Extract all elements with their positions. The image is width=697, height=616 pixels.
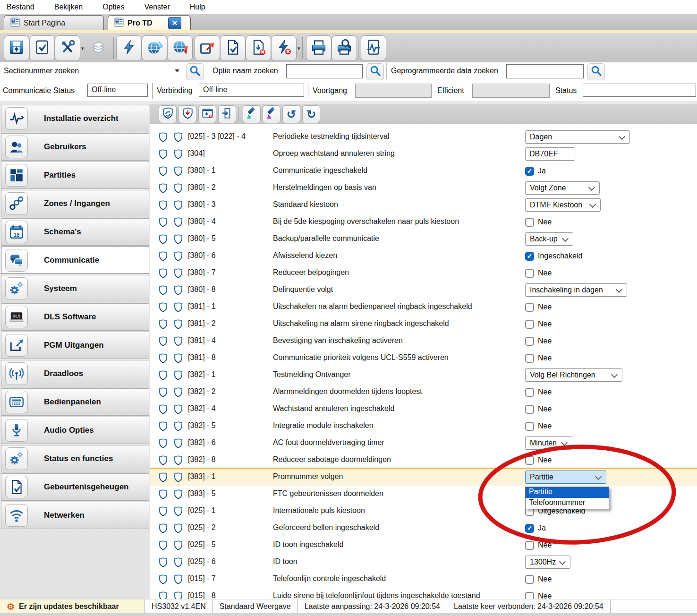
shield-download-button[interactable]: [178, 105, 196, 123]
menu-bekijken[interactable]: Bekijken: [54, 3, 83, 11]
shield-icon[interactable]: [158, 132, 169, 145]
table-row[interactable]: [382] - 6AC fout doormeldvertraging time…: [150, 435, 697, 452]
globe-download-button[interactable]: [167, 35, 193, 61]
shield-icon[interactable]: [158, 489, 169, 502]
value-dropdown[interactable]: Dagen: [525, 130, 630, 144]
window-download-button[interactable]: [198, 105, 216, 123]
shield-icon[interactable]: [173, 438, 184, 451]
shield-icon[interactable]: [158, 523, 169, 536]
shield-icon[interactable]: [173, 251, 184, 264]
menu-venster[interactable]: Venster: [144, 3, 170, 11]
shield-icon[interactable]: [173, 234, 184, 247]
sidebar-item-installatie-overzicht[interactable]: Installatie overzicht: [1, 105, 149, 132]
sidebar-item-dls-software[interactable]: DLSDLS Software: [1, 303, 149, 331]
data-search-input[interactable]: [506, 64, 584, 78]
checkbox-unchecked-icon[interactable]: [525, 320, 534, 329]
shield-icon[interactable]: [173, 540, 184, 553]
shield-icon[interactable]: [158, 455, 169, 468]
shield-icon[interactable]: [173, 404, 184, 417]
option-search-button[interactable]: [366, 63, 384, 80]
tools-button[interactable]: [55, 35, 80, 61]
shield-icon[interactable]: [158, 353, 169, 366]
sidebar-item-zones-ingangen[interactable]: Zones / Ingangen: [1, 190, 149, 217]
table-row[interactable]: [382] - 1Testmelding OntvangerVolg Bel R…: [150, 367, 697, 384]
value-dropdown[interactable]: Volg Bel Richtingen: [525, 368, 622, 382]
table-row[interactable]: [380] - 7Reduceer belpogingenNee: [150, 265, 697, 282]
checkbox-unchecked-icon[interactable]: [525, 456, 534, 465]
table-row[interactable]: [025] - 1Internationale puls kiestoonUit…: [150, 503, 697, 520]
layers-button[interactable]: [86, 35, 110, 60]
checkbox-unchecked-icon[interactable]: [525, 541, 534, 550]
checkbox-unchecked-icon[interactable]: [525, 303, 534, 312]
checkbox-unchecked-icon[interactable]: [525, 218, 534, 227]
shield-icon[interactable]: [173, 336, 184, 349]
table-row[interactable]: [381] - 2Uitschakeling na alarm sirene r…: [150, 316, 697, 333]
table-row[interactable]: [380] - 5Backup/parallelle communicatieB…: [150, 231, 697, 248]
shield-icon[interactable]: [158, 472, 169, 485]
sidebar-item-gebruikers[interactable]: Gebruikers: [1, 133, 149, 161]
table-row[interactable]: [380] - 1Communicatie ingeschakeld✓Ja: [150, 163, 697, 180]
shield-icon[interactable]: [173, 506, 184, 519]
sidebar-item-bedienpanelen[interactable]: Bedienpanelen: [1, 388, 149, 416]
shield-icon[interactable]: [158, 438, 169, 451]
value-dropdown[interactable]: DTMF Kiestoon: [525, 198, 601, 212]
table-row[interactable]: [382] - 5Integratie module inschakelenNe…: [150, 418, 697, 435]
sidebar-item-schema-s[interactable]: 18Schema's: [1, 218, 149, 246]
shield-icon[interactable]: [158, 336, 169, 349]
checkbox-unchecked-icon[interactable]: [525, 354, 534, 363]
shield-icon[interactable]: [173, 217, 184, 230]
shield-icon[interactable]: [173, 183, 184, 196]
table-row[interactable]: [382] - 4Wachtstand annuleren ingeschake…: [150, 401, 697, 418]
shield-icon[interactable]: [173, 489, 184, 502]
connect-bolt-button[interactable]: [116, 35, 142, 61]
table-row[interactable]: [025] - 6ID toon1300Hz: [150, 554, 697, 571]
table-row[interactable]: [015] - 8Luide sirene bij telefoonlijnfo…: [150, 588, 697, 599]
table-row[interactable]: [025] - 5ID toon ingeschakeldNee: [150, 537, 697, 554]
shield-icon[interactable]: [158, 251, 169, 264]
shield-icon[interactable]: [158, 302, 169, 315]
value-dropdown[interactable]: Volgt Zone: [525, 181, 600, 195]
value-input[interactable]: DB70EF: [525, 147, 575, 161]
table-row[interactable]: [380] - 3Standaard kiestoonDTMF Kiestoon: [150, 197, 697, 214]
shield-sync-button[interactable]: [159, 105, 177, 123]
menu-hulp[interactable]: Hulp: [190, 3, 205, 11]
shield-icon[interactable]: [158, 200, 169, 213]
shield-icon[interactable]: [173, 472, 184, 485]
checkbox-unchecked-icon[interactable]: [525, 269, 534, 278]
shield-icon[interactable]: [173, 421, 184, 434]
dropdown-arrow-icon[interactable]: ▾: [298, 45, 300, 51]
value-dropdown[interactable]: Minuten: [525, 436, 572, 450]
sidebar-item-draadloos[interactable]: Draadloos: [1, 360, 149, 387]
shield-icon[interactable]: [158, 166, 169, 179]
shield-icon[interactable]: [173, 132, 184, 145]
checkbox-unchecked-icon[interactable]: [525, 592, 534, 599]
table-row[interactable]: [304]Oproep wachtstand annuleren stringD…: [150, 145, 697, 163]
checkbox-unchecked-icon[interactable]: [525, 337, 534, 346]
shield-icon[interactable]: [158, 234, 169, 247]
checkbox-checked-icon[interactable]: ✓: [525, 167, 534, 176]
globe-sync-button[interactable]: [142, 35, 167, 61]
shield-icon[interactable]: [173, 353, 184, 366]
sidebar-item-audio-opties[interactable]: Audio Opties: [1, 417, 149, 444]
checklist-button[interactable]: [29, 35, 55, 61]
dropdown-arrow-icon[interactable]: ▾: [81, 45, 84, 51]
table-row[interactable]: [380] - 2Herstelmeldingen op basis vanVo…: [150, 180, 697, 197]
sidebar-item-systeem[interactable]: Systeem: [1, 275, 149, 302]
page-export-button[interactable]: [218, 105, 236, 123]
shield-icon[interactable]: [173, 523, 184, 536]
value-dropdown[interactable]: Inschakeling in dagen: [525, 283, 627, 297]
table-row[interactable]: [380] - 6Afwisselend kiezen✓Ingeschakeld: [150, 248, 697, 265]
dropdown-option-telefoonnummer[interactable]: Telefoonnummer: [526, 498, 609, 509]
shield-icon[interactable]: [158, 557, 169, 570]
shield-icon[interactable]: [158, 404, 169, 417]
checkbox-checked-icon[interactable]: ✓: [525, 524, 534, 533]
tab-start-pagina[interactable]: Start Pagina: [4, 15, 104, 31]
disconnect-bolt-button[interactable]: [271, 35, 297, 61]
save-button[interactable]: [4, 35, 29, 61]
table-row[interactable]: [382] - 8Reduceer sabotage doormeldingen…: [150, 452, 697, 469]
section-search-button[interactable]: [186, 63, 204, 80]
diagnostics-page-button[interactable]: [361, 35, 386, 61]
checkbox-unchecked-icon[interactable]: [525, 575, 534, 584]
table-row[interactable]: [381] - 1Uitschakelen na alarm bedienpan…: [150, 299, 697, 316]
table-row[interactable]: [383] - 1Promnummer volgenPartitie: [150, 468, 697, 486]
